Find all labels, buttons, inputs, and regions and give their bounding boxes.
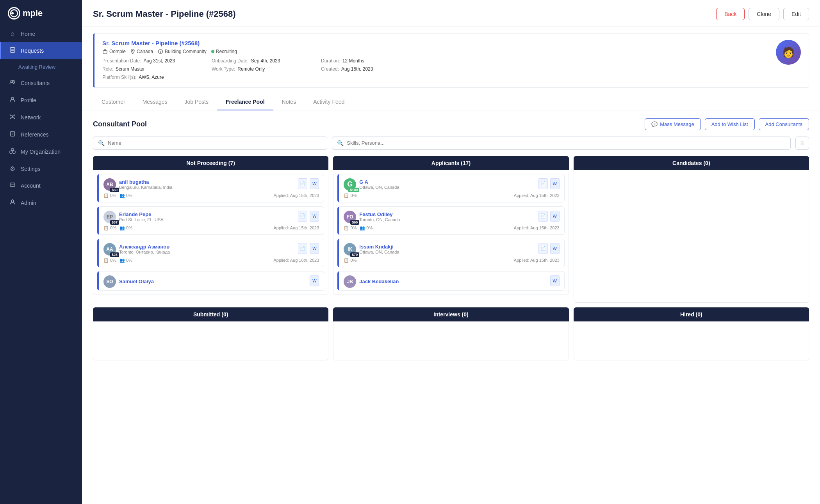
consultant-card[interactable]: IK $70 Issam Kndakji Ottawa, ON, Canada …	[337, 239, 564, 267]
word-icon[interactable]: W	[550, 275, 560, 286]
tab-notes[interactable]: Notes	[273, 94, 305, 110]
consultant-location: Bengaluru, Karnataka, India	[119, 185, 172, 190]
word-icon[interactable]: W	[310, 275, 319, 286]
sidebar-item-awaiting-review[interactable]: Awaiting Review	[0, 59, 82, 75]
consultant-name: Erlande Pepe	[119, 211, 164, 217]
back-button[interactable]: Back	[716, 8, 745, 20]
info-card-title: Sr. Scrum Master - Pipeline (#2568)	[102, 40, 768, 46]
search-row: 🔍 🔍 ≡	[93, 137, 809, 150]
column-body-interviews	[333, 321, 569, 360]
consultant-name: Samuel Olaiya	[119, 279, 154, 284]
sidebar-item-account[interactable]: Account	[0, 177, 82, 194]
status-dot	[211, 50, 214, 53]
work-type-field: Work Type: Remote Only	[212, 66, 321, 72]
consultant-card[interactable]: EP $67 Erlande Pepe Port St. Lucie, FL, …	[97, 206, 324, 235]
logo-text: mple	[23, 8, 43, 18]
consultant-card[interactable]: JB Jack Bedakelian W	[337, 271, 564, 291]
column-header-hired: Hired (0)	[574, 307, 809, 321]
sidebar-item-settings[interactable]: ⚙ Settings	[0, 160, 82, 177]
add-to-wish-list-button[interactable]: Add to Wish List	[705, 118, 755, 130]
presentation-date-field: Presentation Date: Aug 31st, 2023	[102, 58, 212, 64]
word-icon[interactable]: W	[310, 178, 319, 189]
consultant-card[interactable]: AB $60 anil bugatha Bengaluru, Karnataka…	[97, 174, 324, 202]
tab-job-posts[interactable]: Job Posts	[176, 94, 217, 110]
consultant-card[interactable]: SO Samuel Olaiya W	[97, 271, 324, 291]
pdf-icon[interactable]: 📄	[298, 178, 307, 189]
svg-line-13	[12, 115, 14, 116]
sidebar-item-label: References	[21, 131, 49, 138]
bottom-columns: Submitted (0) Interviews (0) Hired (0)	[93, 307, 809, 360]
avatar: G $100	[344, 178, 356, 191]
sidebar-item-references[interactable]: References	[0, 126, 82, 143]
pdf-icon[interactable]: 📄	[538, 178, 548, 189]
location-icon	[130, 49, 135, 54]
word-icon[interactable]: W	[550, 243, 560, 254]
sidebar-item-admin[interactable]: Admin	[0, 194, 82, 211]
clone-button[interactable]: Clone	[749, 8, 779, 20]
skills-search-icon: 🔍	[337, 140, 344, 146]
sidebar-item-network[interactable]: Network	[0, 109, 82, 126]
network-icon	[9, 114, 16, 121]
sidebar-nav: ⌂ Home Requests Awaiting Review Consulta…	[0, 26, 82, 504]
avatar: AB $60	[103, 178, 116, 191]
main-content: Sr. Scrum Master - Pipeline (#2568) Back…	[82, 0, 820, 504]
pdf-icon[interactable]: 📄	[298, 243, 307, 254]
consultant-card[interactable]: G $100 G A Ottawa, ON, Canada 📄	[337, 174, 564, 202]
tab-activity-feed[interactable]: Activity Feed	[305, 94, 353, 110]
pdf-icon[interactable]: 📄	[538, 211, 548, 222]
sidebar-item-profile[interactable]: Profile	[0, 92, 82, 109]
svg-line-16	[12, 117, 14, 118]
sidebar-item-requests[interactable]: Requests	[0, 42, 82, 59]
consultant-card[interactable]: FO $60 Festus Odiley Toronto, ON, Canada…	[337, 206, 564, 235]
word-icon[interactable]: W	[310, 243, 319, 254]
column-body-hired	[574, 321, 809, 360]
tab-freelance-pool[interactable]: Freelance Pool	[217, 94, 273, 110]
word-icon[interactable]: W	[550, 178, 560, 189]
svg-point-27	[11, 200, 14, 202]
pdf-icon[interactable]: 📄	[298, 211, 307, 222]
match-stat: 📋 0%	[344, 258, 357, 263]
sidebar-item-label: Network	[21, 114, 41, 121]
add-consultants-button[interactable]: Add Consultants	[759, 118, 809, 130]
tab-customer[interactable]: Customer	[93, 94, 134, 110]
word-icon[interactable]: W	[310, 211, 319, 222]
price-badge: $70	[350, 252, 359, 257]
top-columns: Not Proceeding (7) AB $60 anil bugatha	[93, 156, 809, 303]
column-header-interviews: Interviews (0)	[333, 307, 569, 321]
home-icon: ⌂	[9, 30, 16, 37]
name-search-input[interactable]	[108, 140, 322, 146]
settings-icon: ⚙	[9, 165, 16, 172]
price-badge: $25	[110, 252, 119, 257]
consultant-card[interactable]: АА $25 Александр Азманов Toronto, Онтари…	[97, 239, 324, 267]
sidebar-item-home[interactable]: ⌂ Home	[0, 26, 82, 42]
sidebar-item-label: Account	[21, 183, 41, 189]
svg-rect-2	[10, 48, 15, 52]
filter-button[interactable]: ≡	[795, 137, 809, 150]
consultant-location: Port St. Lucie, FL, USA	[119, 217, 164, 222]
column-body-submitted	[93, 321, 328, 360]
role-field: Role: Scrum Master	[102, 66, 212, 72]
svg-line-14	[11, 115, 12, 116]
pool-header: Consultant Pool 💬 Mass Message Add to Wi…	[93, 118, 809, 130]
avatar: SO	[103, 275, 116, 288]
skills-search-input[interactable]	[347, 140, 785, 146]
mass-message-button[interactable]: 💬 Mass Message	[645, 118, 701, 130]
price-badge: $67	[110, 220, 119, 225]
avatar: АА $25	[103, 243, 116, 256]
pool-actions: 💬 Mass Message Add to Wish List Add Cons…	[645, 118, 809, 130]
consultant-location: Ottawa, ON, Canada	[359, 185, 399, 190]
edit-button[interactable]: Edit	[783, 8, 809, 20]
sidebar-item-label: Awaiting Review	[18, 64, 55, 70]
column-header-applicants: Applicants (17)	[333, 156, 569, 170]
sidebar-item-my-organization[interactable]: My Organization	[0, 143, 82, 160]
consultant-name: Jack Bedakelian	[359, 279, 399, 284]
team-stat: 👥 0%	[119, 258, 132, 263]
content-area: Consultant Pool 💬 Mass Message Add to Wi…	[82, 110, 820, 504]
word-icon[interactable]: W	[550, 211, 560, 222]
pdf-icon[interactable]: 📄	[538, 243, 548, 254]
tab-messages[interactable]: Messages	[134, 94, 176, 110]
sidebar-item-consultants[interactable]: Consultants	[0, 75, 82, 92]
location-tag: Canada	[130, 49, 153, 54]
team-stat: 👥 0%	[360, 225, 373, 231]
svg-rect-20	[10, 151, 12, 153]
